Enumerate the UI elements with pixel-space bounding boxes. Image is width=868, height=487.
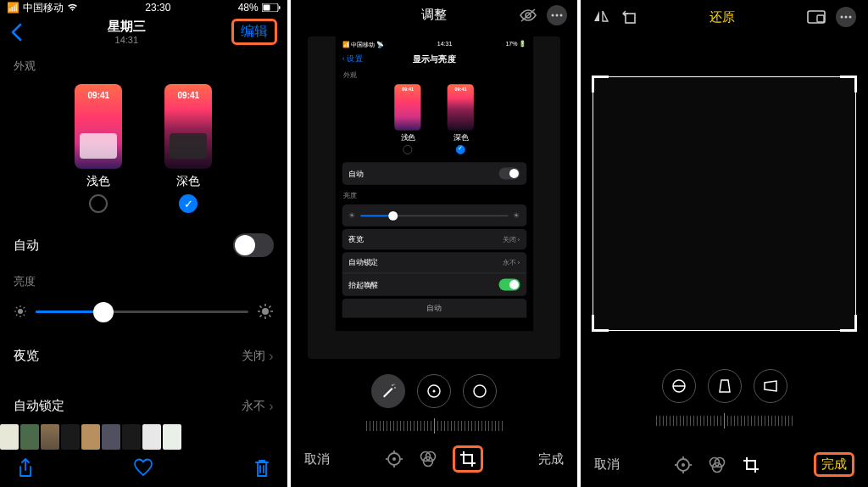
back-button[interactable]: [10, 23, 22, 42]
crop-handle-tl[interactable]: [592, 76, 609, 92]
adjust-ruler[interactable]: [291, 417, 578, 435]
cancel-button[interactable]: 取消: [304, 451, 330, 467]
contrast-button[interactable]: [463, 374, 497, 408]
svg-point-27: [394, 387, 396, 389]
thumbnail-strip[interactable]: [0, 424, 287, 450]
share-icon[interactable]: [17, 458, 34, 479]
radio-light[interactable]: [89, 194, 108, 213]
trash-icon[interactable]: [253, 458, 270, 479]
svg-point-30: [433, 390, 436, 393]
crop-frame[interactable]: [593, 76, 856, 331]
cancel-button[interactable]: 取消: [594, 456, 620, 473]
done-button[interactable]: 完成: [538, 451, 564, 467]
svg-point-25: [560, 14, 563, 16]
battery-icon: [262, 3, 281, 12]
chevron-right-icon: ›: [269, 399, 273, 414]
brightness-section-label: 亮度: [0, 267, 287, 293]
radio-dark[interactable]: [179, 194, 198, 213]
crop-header: 还原: [581, 0, 868, 34]
flip-icon[interactable]: [593, 9, 609, 25]
rotate-icon[interactable]: [621, 9, 637, 25]
reset-button[interactable]: 还原: [709, 9, 735, 25]
header-day: 星期三: [108, 19, 146, 35]
svg-point-26: [392, 384, 393, 386]
adjust-icon[interactable]: [385, 450, 403, 468]
crop-bottom-bar: 取消 完成: [581, 442, 868, 487]
header-time: 14:31: [108, 35, 146, 45]
crop-icon[interactable]: [453, 445, 483, 473]
svg-point-24: [556, 14, 559, 16]
visibility-icon[interactable]: [518, 8, 538, 23]
svg-rect-1: [263, 5, 270, 11]
exposure-button[interactable]: [417, 374, 451, 408]
sun-small-icon: [14, 305, 27, 318]
svg-rect-41: [626, 14, 635, 23]
svg-line-18: [269, 315, 270, 316]
crop-icon[interactable]: [742, 456, 760, 474]
svg-point-45: [845, 16, 848, 19]
aspect-ratio-icon[interactable]: [807, 10, 826, 24]
crop-handle-tr[interactable]: [840, 76, 857, 92]
edit-button[interactable]: 编辑: [231, 19, 277, 45]
svg-rect-42: [808, 11, 825, 23]
header: 星期三 14:31 编辑: [0, 15, 287, 52]
edit-bottom-bar: 取消 完成: [291, 435, 578, 483]
panel-display-settings: 📶 中国移动 23:30 48% 星期三 14:31 编辑 外观 09:41 浅…: [0, 0, 287, 487]
crop-handle-br[interactable]: [840, 315, 857, 332]
appearance-light[interactable]: 09:41 浅色: [75, 84, 122, 213]
svg-point-37: [392, 457, 396, 461]
more-icon[interactable]: [547, 5, 567, 25]
filters-icon[interactable]: [419, 451, 437, 467]
svg-point-28: [393, 383, 394, 384]
appearance-dark[interactable]: 09:41 深色: [164, 84, 212, 213]
done-button[interactable]: 完成: [814, 452, 854, 477]
status-bar: 📶 中国移动 23:30 48%: [0, 0, 287, 15]
battery-text: 48%: [238, 2, 259, 14]
panel-edit-crop: 还原 取消: [581, 0, 868, 487]
more-icon[interactable]: [836, 7, 856, 27]
svg-point-3: [18, 309, 23, 314]
appearance-section-label: 外观: [0, 52, 287, 77]
edit-title: 调整: [421, 7, 447, 23]
adjust-buttons: [291, 366, 578, 417]
edit-header: 调整: [291, 0, 578, 30]
svg-line-19: [259, 315, 261, 316]
horizontal-perspective-button[interactable]: [754, 369, 787, 403]
svg-rect-2: [279, 6, 281, 9]
bottom-toolbar: [0, 450, 287, 487]
panel-edit-adjust: 调整 📶 中国移动 📡 14:31 17% 🔋 ‹ 设置 显示与亮度 外观: [291, 0, 578, 487]
svg-point-54: [682, 463, 685, 467]
svg-line-17: [259, 306, 261, 308]
svg-point-31: [474, 385, 486, 397]
svg-line-20: [269, 306, 270, 308]
chevron-right-icon: ›: [269, 349, 273, 364]
auto-lock-row[interactable]: 自动锁定 永不›: [0, 388, 287, 424]
svg-line-8: [16, 307, 17, 308]
auto-toggle[interactable]: [233, 233, 274, 257]
appearance-options: 09:41 浅色 09:41 深色: [0, 77, 287, 223]
preview-image: 📶 中国移动 📡 14:31 17% 🔋 ‹ 设置 显示与亮度 外观 09:41…: [308, 36, 561, 359]
crop-mode-buttons: [581, 369, 868, 403]
svg-rect-43: [817, 15, 824, 22]
magic-wand-button[interactable]: [371, 374, 405, 408]
auto-row[interactable]: 自动: [0, 223, 287, 267]
svg-point-46: [849, 16, 852, 19]
straighten-button[interactable]: [662, 369, 696, 403]
svg-line-11: [24, 307, 25, 308]
crop-handle-bl[interactable]: [592, 315, 609, 332]
svg-line-22: [521, 9, 535, 21]
crop-ruler[interactable]: [581, 411, 868, 430]
vertical-perspective-button[interactable]: [708, 369, 742, 403]
svg-point-44: [841, 16, 843, 19]
svg-point-23: [552, 14, 554, 16]
wifi-icon: [67, 3, 78, 12]
slider-thumb[interactable]: [93, 302, 114, 322]
night-shift-row[interactable]: 夜览 关闭›: [0, 338, 287, 374]
heart-icon[interactable]: [133, 458, 153, 479]
carrier-text: 中国移动: [23, 1, 64, 15]
adjust-icon[interactable]: [674, 456, 693, 474]
svg-line-9: [24, 315, 25, 316]
brightness-slider[interactable]: [0, 293, 287, 330]
filters-icon[interactable]: [708, 456, 726, 473]
status-time: 23:30: [145, 2, 170, 14]
